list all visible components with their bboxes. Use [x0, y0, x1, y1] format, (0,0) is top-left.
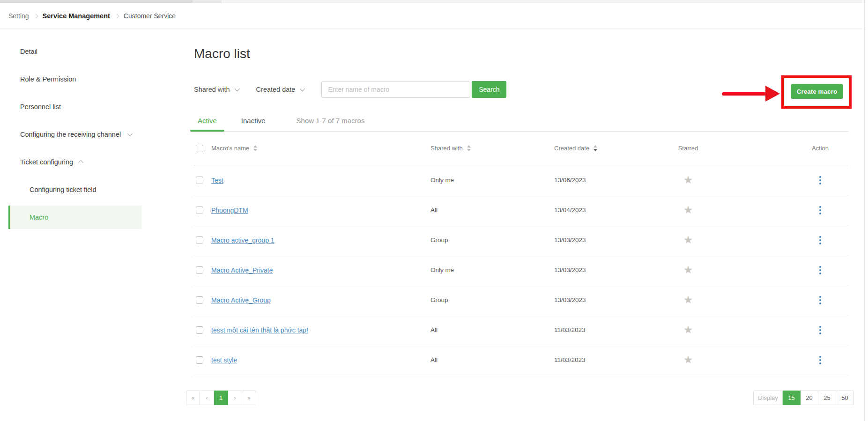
sidebar-item-role-permission[interactable]: Role & Permission [0, 67, 155, 91]
column-header-shared[interactable]: Shared with [430, 145, 471, 152]
column-header-starred: Starred [655, 145, 721, 152]
search-button[interactable]: Search [472, 81, 506, 98]
created-date-value: 13/03/2023 [554, 296, 655, 303]
tab-inactive[interactable]: Inactive [234, 117, 273, 131]
create-macro-button[interactable]: Create macro [791, 84, 843, 99]
kebab-menu-icon[interactable] [817, 204, 823, 216]
row-checkbox[interactable] [196, 326, 203, 334]
page-size-option-20[interactable]: 20 [801, 391, 818, 405]
star-icon[interactable]: ★ [683, 235, 693, 245]
star-icon[interactable]: ★ [683, 175, 693, 185]
created-date-value: 11/03/2023 [554, 326, 655, 333]
pagination: « ‹ 1 › » [186, 391, 256, 405]
filter-label: Created date [256, 86, 296, 93]
kebab-menu-icon[interactable] [817, 264, 823, 276]
macro-name-link[interactable]: Macro active_group 1 [211, 236, 274, 244]
breadcrumb-customer-service[interactable]: Customer Service [124, 12, 176, 20]
macro-name-link[interactable]: Test [211, 177, 223, 184]
star-icon[interactable]: ★ [683, 205, 693, 215]
chevron-down-icon [300, 86, 305, 91]
select-all-checkbox[interactable] [196, 145, 203, 152]
kebab-menu-icon[interactable] [817, 234, 823, 246]
sort-icon-desc[interactable] [594, 145, 597, 151]
filter-label: Shared with [194, 86, 230, 93]
pagination-page-1-button[interactable]: 1 [214, 391, 228, 405]
table-row: Test Only me 13/06/2023 ★ [194, 165, 848, 195]
chevron-right-icon [33, 14, 38, 18]
row-checkbox[interactable] [196, 177, 203, 184]
table-row: Macro Active_Group Group 13/03/2023 ★ [194, 285, 848, 315]
page-size-option-25[interactable]: 25 [818, 391, 836, 405]
page-size-option-50[interactable]: 50 [836, 391, 854, 405]
macro-search-input[interactable] [321, 81, 470, 98]
page-size-selector: Display 15 20 25 50 [753, 391, 854, 405]
star-icon[interactable]: ★ [683, 355, 693, 365]
sidebar-item-detail[interactable]: Detail [0, 40, 155, 63]
macro-name-link[interactable]: test style [211, 356, 237, 364]
table-row: PhuongDTM All 13/04/2023 ★ [194, 195, 848, 225]
kebab-menu-icon[interactable] [817, 324, 823, 336]
page-scrollbar[interactable] [864, 0, 868, 421]
table-row: test style All 11/03/2023 ★ [194, 345, 848, 375]
sidebar-item-label: Configuring ticket field [30, 186, 96, 193]
table-row: tesst một cái tên thật là phức tạp! All … [194, 315, 848, 345]
row-checkbox[interactable] [196, 236, 203, 244]
sidebar-item-configuring-ticket-field[interactable]: Configuring ticket field [0, 178, 155, 201]
shared-with-value: Only me [430, 266, 554, 273]
kebab-menu-icon[interactable] [817, 354, 823, 366]
row-checkbox[interactable] [196, 356, 203, 364]
page-title: Macro list [194, 46, 848, 61]
column-header-created[interactable]: Created date [554, 145, 597, 152]
created-date-filter-dropdown[interactable]: Created date [256, 86, 304, 93]
macro-name-link[interactable]: Macro Active_Group [211, 296, 271, 304]
breadcrumb-service-management[interactable]: Service Management [43, 12, 110, 20]
macro-name-link[interactable]: tesst một cái tên thật là phức tạp! [211, 326, 308, 334]
macro-name-link[interactable]: Macro Active_Private [211, 266, 273, 274]
sidebar-item-receiving-channel[interactable]: Configuring the receiving channel [0, 123, 155, 146]
tab-active[interactable]: Active [190, 117, 224, 131]
pagination-last-button[interactable]: » [242, 391, 256, 405]
row-checkbox[interactable] [196, 207, 203, 214]
column-label: Macro's name [211, 145, 249, 152]
shared-with-filter-dropdown[interactable]: Shared with [194, 86, 238, 93]
pagination-next-button[interactable]: › [228, 391, 242, 405]
pagination-first-button[interactable]: « [186, 391, 200, 405]
kebab-menu-icon[interactable] [817, 174, 823, 186]
shared-with-value: All [430, 326, 554, 333]
filters-row: Shared with Created date Search [194, 81, 848, 98]
sort-icon[interactable] [253, 145, 257, 151]
row-checkbox[interactable] [196, 266, 203, 274]
sidebar-item-personnel-list[interactable]: Personnel list [0, 95, 155, 118]
shared-with-value: All [430, 207, 554, 214]
settings-sidebar: Detail Role & Permission Personnel list … [0, 29, 155, 405]
kebab-menu-icon[interactable] [817, 294, 823, 306]
column-header-name[interactable]: Macro's name [211, 145, 257, 152]
sort-icon[interactable] [467, 145, 471, 151]
table-header-row: Macro's name Shared with Created date St… [194, 132, 848, 165]
pagination-prev-button[interactable]: ‹ [200, 391, 214, 405]
sidebar-item-ticket-configuring[interactable]: Ticket configuring [0, 150, 155, 174]
star-icon[interactable]: ★ [683, 295, 693, 305]
created-date-value: 13/03/2023 [554, 266, 655, 273]
table-row: Macro active_group 1 Group 13/03/2023 ★ [194, 225, 848, 255]
created-date-value: 13/06/2023 [554, 177, 655, 184]
breadcrumb-setting[interactable]: Setting [8, 12, 29, 20]
browser-top-strip [0, 0, 868, 3]
star-icon[interactable]: ★ [683, 325, 693, 335]
shared-with-value: Group [430, 296, 554, 303]
created-date-value: 13/04/2023 [554, 207, 655, 214]
sidebar-item-label: Detail [20, 48, 37, 55]
table-row: Macro Active_Private Only me 13/03/2023 … [194, 255, 848, 285]
status-tabs: Active Inactive Show 1-7 of 7 macros [190, 117, 848, 132]
chevron-up-icon [78, 160, 83, 165]
sidebar-item-label: Configuring the receiving channel [20, 131, 121, 138]
page-size-option-15[interactable]: 15 [783, 391, 801, 405]
sidebar-item-macro[interactable]: Macro [8, 206, 141, 229]
table-footer: « ‹ 1 › » Display 15 20 25 50 [194, 391, 848, 405]
row-checkbox[interactable] [196, 296, 203, 304]
created-date-value: 13/03/2023 [554, 236, 655, 244]
star-icon[interactable]: ★ [683, 265, 693, 275]
page-size-label: Display [753, 391, 783, 405]
macro-name-link[interactable]: PhuongDTM [211, 207, 248, 214]
breadcrumb: Setting Service Management Customer Serv… [0, 3, 868, 29]
